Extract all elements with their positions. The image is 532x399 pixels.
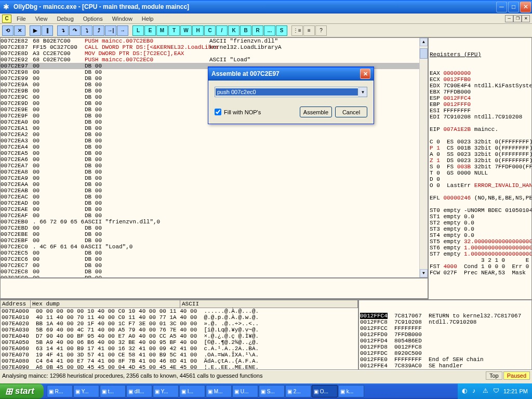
scroll-down-icon[interactable]: ▼ [420,269,428,277]
dump-row[interactable]: 007EA030 5B 69 40 00 4C 71 40 00 A5 79 4… [1,327,358,333]
taskbar-item[interactable]: ▣k... [338,385,364,397]
toolbar-r-button[interactable]: R [252,25,263,36]
help-icon[interactable]: ? [315,25,327,36]
maximize-button[interactable]: □ [508,2,519,12]
disasm-row[interactable]: 007C2EA800DB 00 [1,169,428,175]
menu-window[interactable]: Window [108,15,137,23]
disasm-row[interactable]: 007C2EAD00DB 00 [1,200,428,206]
stack-row[interactable]: 0012FFCC FFFFFFFF [360,325,531,331]
disasm-row[interactable]: 007C2EBF00DB 00 [1,237,428,244]
taskbar-item[interactable]: ▣Y... [153,385,179,397]
mdi-min-icon[interactable]: ─ [505,15,513,22]
stack-row[interactable]: 0012FFE0 FFFFFFFF End of SEH chain [360,356,531,363]
taskbar-item[interactable]: ▣R... [47,385,73,397]
tray-icon[interactable]: ⚠ [483,387,491,395]
restart-icon[interactable]: ⟲ [2,25,14,36]
fill-nops-checkbox[interactable]: Fill with NOP's [215,109,261,115]
dropdown-arrow-icon[interactable]: ▼ [358,87,367,97]
disasm-row[interactable]: 007C2EC600DB 00 [1,256,428,262]
disasm-row[interactable]: 007C2EA700DB 00 [1,163,428,169]
stack-row[interactable]: 0012FFD4 8054B6ED [360,338,531,344]
hex-dump-pane[interactable]: Address Hex dump ASCII 007EA000 00 00 00… [0,300,358,370]
tray-icon[interactable]: ♪ [472,387,481,395]
menu-debug[interactable]: Debug [52,15,77,23]
disasm-row[interactable]: 007C2EAE00DB 00 [1,206,428,212]
disasm-row[interactable]: 007C2EA400DB 00 [1,144,428,150]
disasm-row[interactable]: 007C2EA600DB 00 [1,156,428,163]
disasm-row[interactable]: 007C2EA200DB 00 [1,131,428,138]
mdi-close-icon[interactable]: ✕ [522,15,530,22]
start-button[interactable]: ⊞ start [0,383,44,399]
pause-icon[interactable]: ∥ [42,25,53,36]
trace-over-icon[interactable]: ⤴ [93,25,104,36]
disasm-row[interactable]: 007C2EC500DB 00 [1,250,428,256]
dump-row[interactable]: 007EA020 BB 1A 40 00 20 1F 40 00 1C F7 3… [1,321,358,327]
disasm-row[interactable]: 007C2E8DA3 CC2E7C00MOV DWORD PTR DS:[7C2… [1,50,428,57]
taskbar-item[interactable]: ▣S... [259,385,285,397]
cpu-button[interactable]: C [2,15,11,23]
tray-clock[interactable]: 12:21 PM [503,388,528,394]
run-icon[interactable]: ▶ [30,25,41,36]
disasm-row[interactable]: 007C2EC700DB 00 [1,262,428,269]
taskbar-item[interactable]: ▣I... [179,385,205,397]
trace-into-icon[interactable]: ⤵ [81,25,92,36]
disasm-row[interactable]: 007C2E8268 B02E7C00PUSH maincc.007C2EB0A… [1,38,428,44]
cancel-button[interactable]: Cancel [335,107,367,117]
menu-help[interactable]: Help [138,15,158,23]
taskbar-item[interactable]: ▣M... [206,385,232,397]
toolbar-w-button[interactable]: W [180,25,192,36]
menu-file[interactable]: File [12,15,30,23]
tray-icon[interactable]: ◐ [462,387,470,395]
close-button[interactable]: ✕ [520,2,531,12]
dialog-close-icon[interactable]: ✕ [360,69,370,79]
stack-row[interactable]: 0012FFD8 0012FFC8 [360,344,531,350]
tray-icon[interactable]: 🛡 [493,387,501,395]
dump-row[interactable]: 007EA000 00 00 00 00 00 10 40 00 C0 10 4… [1,308,358,314]
disasm-row[interactable]: 007C2EAC00DB 00 [1,194,428,200]
stack-pane[interactable]: 0012FFC4 7C817067 RETURN to kernel32.7C8… [358,300,532,370]
assemble-button[interactable]: Assemble [300,107,332,117]
dump-row[interactable]: 007EA070 19 4F 41 00 3D 57 41 00 CE 58 4… [1,352,358,358]
goto-icon[interactable]: → [117,25,128,36]
scroll-thumb[interactable] [420,48,428,59]
disasm-row[interactable]: 007C2E9268 C02E7C00PUSH maincc.007C2EC0A… [1,57,428,63]
toolbar-b-button[interactable]: B [240,25,251,36]
system-tray[interactable]: ◐ ♪ ⚠ 🛡 12:21 PM [458,383,532,399]
taskbar-item[interactable]: ▣2... [285,385,311,397]
toolbar-e-button[interactable]: E [144,25,156,36]
stack-row[interactable]: 0012FFD0 7FFDB000 [360,331,531,338]
taskbar-item[interactable]: ▣Y... [73,385,99,397]
disasm-row[interactable]: 007C2EA300DB 00 [1,138,428,144]
disasm-row[interactable]: 007C2EA500DB 00 [1,150,428,156]
scroll-up-icon[interactable]: ▲ [420,38,428,46]
toolbar-c-button[interactable]: C [204,25,216,36]
close-prog-icon[interactable]: ✕ [14,25,25,36]
step-over-icon[interactable]: ↷ [69,25,81,36]
dump-row[interactable]: 007EA010 40 11 40 00 70 11 40 00 C0 11 4… [1,314,358,321]
stack-row[interactable]: 0012FFE4 7C839AC0 SE handler [360,363,531,369]
toolbar-...-button[interactable]: ... [264,25,275,36]
disasm-row[interactable]: 007C2EBD00DB 00 [1,225,428,231]
settings-icon[interactable]: ⋮≡ [291,25,303,36]
dump-row[interactable]: 007EA080 C4 64 41 00 E7 74 41 00 8F 7B 4… [1,358,358,364]
taskbar-item[interactable]: ▣t... [100,385,126,397]
disasm-row[interactable]: 007C2EAF00DB 00 [1,212,428,219]
toolbar-/-button[interactable]: / [216,25,228,36]
taskbar-item[interactable]: ▣O... [312,385,338,397]
disasm-row[interactable]: 007C2EA100DB 00 [1,125,428,131]
fill-nops-input[interactable] [215,109,221,115]
dialog-titlebar[interactable]: Assemble at 007C2E97 ✕ [208,67,374,81]
disasm-row[interactable]: 007C2E87FF15 0C327C00CALL DWORD PTR DS:[… [1,44,428,50]
menu-options[interactable]: Options [79,15,107,23]
taskbar-item[interactable]: ▣dll... [126,385,152,397]
dump-row[interactable]: 007EA050 5B A9 40 00 06 B6 40 00 32 BE 4… [1,339,358,345]
taskbar-item[interactable]: ▣U... [232,385,258,397]
minimize-button[interactable]: ─ [496,2,507,12]
disasm-row[interactable]: 007C2EC800DB 00 [1,269,428,275]
execute-till-icon[interactable]: →| [105,25,116,36]
toolbar-m-button[interactable]: M [156,25,168,36]
disasm-row[interactable]: 007C2EA900DB 00 [1,175,428,181]
dump-row[interactable]: 007EA040 D7 90 40 00 BF 95 40 00 E7 A0 4… [1,333,358,339]
dump-row[interactable]: 007EA090 A6 0B 45 00 0D 45 45 00 04 4D 4… [1,364,358,370]
registers-pane[interactable]: Registers (FPU) EAX 00000000ECX 0012FFB0… [428,37,532,300]
